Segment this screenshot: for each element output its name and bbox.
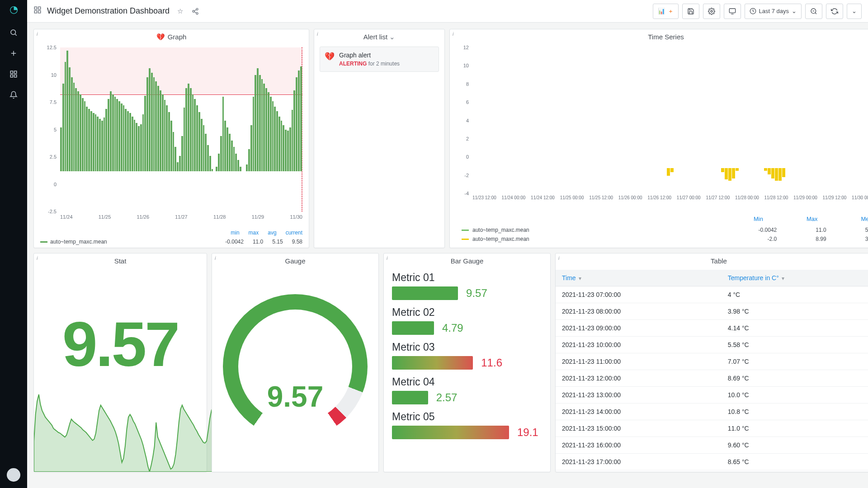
info-icon[interactable]: i [317,31,318,37]
table-cell: 2021-11-23 15:00:00 [556,420,722,437]
panel-stat[interactable]: i Stat 9.57 [33,253,207,472]
table-cell: 2021-11-23 08:00:00 [556,303,722,320]
table-row[interactable]: 2021-11-23 09:00:004.14 °C [556,320,868,337]
info-icon[interactable]: i [215,255,216,261]
table-row[interactable]: 2021-11-23 16:00:009.60 °C [556,437,868,454]
table-row[interactable]: 2021-11-23 08:00:003.98 °C [556,303,868,320]
search-icon[interactable] [8,27,19,38]
dashboards-icon[interactable] [8,69,19,80]
table-cell: 8.65 °C [722,454,868,470]
panel-title: Time Series [450,29,868,43]
refresh-interval-button[interactable]: ⌄ [847,4,862,19]
table-row[interactable]: 2021-11-23 13:00:0010.0 °C [556,387,868,404]
svg-point-13 [193,10,194,12]
svg-rect-6 [14,75,17,77]
legend-row[interactable]: auto~temp_maxc.mean -2.0 8.99 3.15 [462,236,868,242]
info-icon[interactable]: i [558,255,559,261]
table-row[interactable]: 2021-11-23 18:00:007.87 °C [556,470,868,472]
chevron-down-icon[interactable]: ⌄ [389,33,395,41]
gauge-value: 9.57 [212,380,378,413]
stat-value: 9.57 [34,308,207,381]
dashboards-icon[interactable] [33,6,42,16]
table-row[interactable]: 2021-11-23 14:00:0010.8 °C [556,404,868,420]
bar-gauge-label: Metric 01 [392,272,542,284]
filter-icon[interactable]: ▾ [579,275,581,282]
table-row[interactable]: 2021-11-23 15:00:0011.0 °C [556,420,868,437]
add-panel-button[interactable]: 📊＋ [653,4,679,19]
legend-header: min max avg current [231,230,302,236]
table-row[interactable]: 2021-11-23 10:00:005.58 °C [556,337,868,353]
table-row[interactable]: 2021-11-23 07:00:004 °C [556,286,868,303]
gauge-arc [223,294,368,439]
alert-name: Graph alert [339,52,433,59]
panel-graph[interactable]: i 💔Graph -2.502.557.51012.5 11/2411/2511… [33,29,309,248]
panel-gauge[interactable]: i Gauge 9.57 [212,253,379,472]
table-row[interactable]: 2021-11-23 17:00:008.65 °C [556,454,868,470]
svg-point-17 [711,10,712,12]
info-icon[interactable]: i [453,31,453,37]
avatar[interactable] [7,468,20,482]
alert-bell-icon[interactable] [8,89,19,100]
panel-title: Alert list [363,33,387,41]
svg-rect-4 [10,71,13,73]
left-nav: ◔ [0,0,27,488]
table-cell: 4.14 °C [722,320,868,337]
svg-rect-9 [38,7,41,9]
svg-rect-10 [38,11,41,13]
table-row[interactable]: 2021-11-23 12:00:008.69 °C [556,370,868,387]
bar-gauge-value: 2.57 [436,391,458,404]
settings-button[interactable] [703,4,720,19]
bar-gauge-label: Metric 04 [392,376,542,388]
info-icon[interactable]: i [37,255,38,261]
tv-mode-button[interactable] [724,4,741,19]
filter-icon[interactable]: ▾ [782,275,784,282]
legend-row[interactable]: auto~temp_maxc.mean -0.0042 11.0 5.15 [462,227,868,233]
logo-icon[interactable]: ◔ [9,4,18,15]
legend-row[interactable]: auto~temp_maxc.mean -0.0042 11.0 5.15 9.… [40,239,302,245]
time-range-button[interactable]: Last 7 days ⌄ [745,4,802,19]
page-title[interactable]: Widget Demonstration Dashboard [47,6,170,16]
table-cell: 11.0 °C [722,420,868,437]
alert-item[interactable]: 💔 Graph alert ALERTING for 2 minutes [320,47,439,72]
sparkline [34,390,215,472]
table-header[interactable]: Temperature in C°▾ [722,270,868,286]
table-cell: 9.60 °C [722,437,868,454]
bar-gauge-item: Metric 01 9.57 [392,272,542,300]
zoom-out-button[interactable] [805,4,822,19]
table-cell: 5.58 °C [722,337,868,353]
table-row[interactable]: 2021-11-23 11:00:007.07 °C [556,353,868,370]
info-icon[interactable]: i [387,255,387,261]
panel-table[interactable]: i Table Time▾Temperature in C°▾ 2021-11-… [555,253,868,472]
panel-title: Stat [34,253,207,267]
data-table[interactable]: Time▾Temperature in C°▾ 2021-11-23 07:00… [556,270,868,472]
bar-gauge-value: 19.1 [517,426,538,439]
panel-alert-list[interactable]: i Alert list ⌄ 💔 Graph alert ALERTING fo… [314,29,445,248]
alert-state: ALERTING [339,61,367,67]
panel-time-series[interactable]: i Time Series -4-2024681012 11/23 12:001… [449,29,868,248]
share-icon[interactable] [190,6,200,16]
table-cell: 2021-11-23 13:00:00 [556,387,722,404]
bar-gauge-label: Metric 05 [392,411,542,423]
time-range-label: Last 7 days [759,8,789,14]
page: i 💔Graph -2.502.557.51012.5 11/2411/2511… [27,23,868,488]
bar-gauge-item: Metric 03 11.6 [392,341,542,370]
refresh-button[interactable] [826,4,843,19]
chart-area[interactable] [472,47,868,193]
svg-line-15 [194,9,197,11]
chart-area[interactable] [60,47,302,211]
bar-gauge-label: Metric 03 [392,341,542,353]
table-cell: 2021-11-23 09:00:00 [556,320,722,337]
star-icon[interactable]: ☆ [175,6,185,16]
svg-rect-5 [14,71,17,73]
y-axis: -2.502.557.51012.5 [38,47,58,211]
save-button[interactable] [682,4,699,19]
graph-bars [60,47,302,211]
series-color-icon [40,241,47,243]
info-icon[interactable]: i [37,31,38,37]
panel-title: Table [556,253,868,267]
panel-bar-gauge[interactable]: i Bar Gauge Metric 01 9.57 Metric 02 4.7… [383,253,551,472]
svg-rect-8 [34,7,37,9]
plus-icon[interactable] [8,48,19,59]
table-header[interactable]: Time▾ [556,270,722,286]
table-cell: 2021-11-23 12:00:00 [556,370,722,387]
